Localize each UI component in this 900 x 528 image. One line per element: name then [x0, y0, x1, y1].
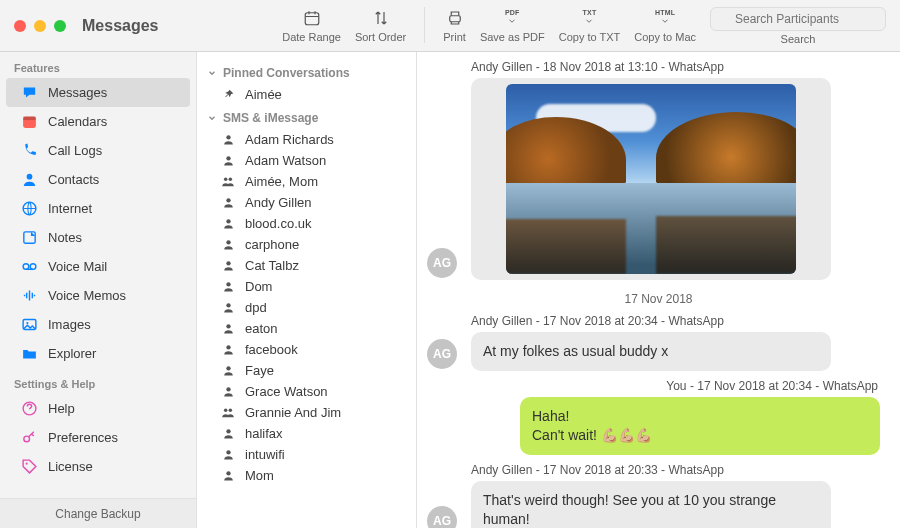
conversation-label: Adam Richards	[245, 132, 334, 147]
conversation-row[interactable]: halifax	[197, 423, 416, 444]
conversation-row[interactable]: Aimée	[197, 84, 416, 105]
sidebar-item-label: Help	[48, 401, 75, 416]
lake-photo	[506, 84, 796, 274]
conversation-row[interactable]: Grannie And Jim	[197, 402, 416, 423]
svg-point-30	[229, 408, 233, 412]
message-pane: Andy Gillen - 18 Nov 2018 at 13:10 - Wha…	[417, 52, 900, 528]
svg-point-25	[226, 324, 230, 328]
title-bar: Messages Date Range Sort Order Pri	[0, 0, 900, 52]
conversation-label: Dom	[245, 279, 272, 294]
svg-point-18	[229, 177, 233, 181]
person-icon	[20, 171, 38, 188]
sidebar-item-internet[interactable]: Internet	[6, 194, 190, 223]
sidebar-item-help[interactable]: Help	[6, 394, 190, 423]
conversation-row[interactable]: intuwifi	[197, 444, 416, 465]
print-button[interactable]: Print	[443, 7, 466, 43]
sidebar-item-images[interactable]: Images	[6, 310, 190, 339]
message-bubble-image[interactable]	[471, 78, 831, 280]
calendar-icon	[20, 113, 38, 130]
date-separator: 17 Nov 2018	[427, 292, 890, 306]
sidebar-item-license[interactable]: License	[6, 452, 190, 481]
svg-point-20	[226, 219, 230, 223]
sidebar-item-label: Call Logs	[48, 143, 102, 158]
conversation-row[interactable]: Adam Watson	[197, 150, 416, 171]
maximize-window-button[interactable]	[54, 20, 66, 32]
sort-order-button[interactable]: Sort Order	[355, 7, 406, 43]
conversation-label: eaton	[245, 321, 278, 336]
conversation-label: intuwifi	[245, 447, 285, 462]
svg-point-28	[226, 387, 230, 391]
message-bubble-outgoing[interactable]: Haha!Can't wait! 💪🏼💪🏼💪🏼	[520, 397, 880, 455]
svg-point-13	[23, 436, 29, 442]
sidebar-item-preferences[interactable]: Preferences	[6, 423, 190, 452]
conversation-row[interactable]: Dom	[197, 276, 416, 297]
printer-icon	[446, 7, 464, 29]
conversation-label: Mom	[245, 468, 274, 483]
conversation-row[interactable]: Cat Talbz	[197, 255, 416, 276]
conversation-list: Pinned ConversationsAiméeSMS & iMessageA…	[197, 52, 417, 528]
copy-to-mac-button[interactable]: HTML Copy to Mac	[634, 7, 696, 43]
conversation-group-header[interactable]: SMS & iMessage	[197, 105, 416, 129]
copy-to-txt-button[interactable]: TXT Copy to TXT	[559, 7, 621, 43]
save-as-pdf-button[interactable]: PDF Save as PDF	[480, 7, 545, 43]
message-block: Andy Gillen - 17 Nov 2018 at 20:34 - Wha…	[427, 314, 890, 371]
window-title: Messages	[82, 17, 159, 35]
minimize-window-button[interactable]	[34, 20, 46, 32]
svg-point-26	[226, 345, 230, 349]
close-window-button[interactable]	[14, 20, 26, 32]
svg-rect-7	[23, 232, 34, 243]
conversation-label: Faye	[245, 363, 274, 378]
sidebar-item-label: Messages	[48, 85, 107, 100]
svg-point-22	[226, 261, 230, 265]
conversation-row[interactable]: eaton	[197, 318, 416, 339]
sidebar-item-notes[interactable]: Notes	[6, 223, 190, 252]
sidebar-item-label: Explorer	[48, 346, 96, 361]
sidebar-section-settings: Settings & Help	[0, 368, 196, 394]
conversation-group-header[interactable]: Pinned Conversations	[197, 60, 416, 84]
message-bubble-incoming[interactable]: At my folkes as usual buddy x	[471, 332, 831, 371]
svg-point-11	[26, 322, 28, 324]
pdf-icon: PDF	[503, 7, 522, 29]
conversation-row[interactable]: Mom	[197, 465, 416, 486]
sidebar-item-label: Contacts	[48, 172, 99, 187]
sidebar-item-contacts[interactable]: Contacts	[6, 165, 190, 194]
message-bubble-incoming[interactable]: That's weird though! See you at 10 you s…	[471, 481, 831, 528]
svg-rect-1	[449, 15, 460, 21]
sidebar-item-voice-memos[interactable]: Voice Memos	[6, 281, 190, 310]
conversation-row[interactable]: Faye	[197, 360, 416, 381]
sidebar-item-voice-mail[interactable]: Voice Mail	[6, 252, 190, 281]
sidebar-item-label: Voice Memos	[48, 288, 126, 303]
html-icon: HTML	[653, 7, 677, 29]
key-icon	[20, 429, 38, 446]
conversation-row[interactable]: facebook	[197, 339, 416, 360]
person-icon	[221, 238, 235, 251]
sidebar-item-calendars[interactable]: Calendars	[6, 107, 190, 136]
conversation-row[interactable]: Adam Richards	[197, 129, 416, 150]
avatar: AG	[427, 248, 457, 278]
conversation-label: blood.co.uk	[245, 216, 312, 231]
person-icon	[221, 448, 235, 461]
conversation-row[interactable]: blood.co.uk	[197, 213, 416, 234]
conversation-label: Aimée, Mom	[245, 174, 318, 189]
conversation-row[interactable]: Grace Watson	[197, 381, 416, 402]
svg-point-31	[226, 429, 230, 433]
sidebar-item-explorer[interactable]: Explorer	[6, 339, 190, 368]
svg-point-14	[25, 463, 27, 465]
sidebar-item-label: Voice Mail	[48, 259, 107, 274]
sidebar-item-call-logs[interactable]: Call Logs	[6, 136, 190, 165]
conversation-row[interactable]: carphone	[197, 234, 416, 255]
search-input[interactable]	[710, 7, 886, 31]
calendar-icon	[303, 7, 321, 29]
sidebar-item-messages[interactable]: Messages	[6, 78, 190, 107]
sidebar-item-label: Images	[48, 317, 91, 332]
group-icon	[221, 174, 235, 189]
conversation-row[interactable]: Aimée, Mom	[197, 171, 416, 192]
date-range-button[interactable]: Date Range	[282, 7, 341, 43]
conversation-row[interactable]: Andy Gillen	[197, 192, 416, 213]
change-backup-button[interactable]: Change Backup	[0, 498, 196, 528]
conversation-label: facebook	[245, 342, 298, 357]
message-meta: You - 17 Nov 2018 at 20:34 - WhatsApp	[427, 379, 878, 393]
sidebar-section-features: Features	[0, 52, 196, 78]
person-icon	[221, 385, 235, 398]
conversation-row[interactable]: dpd	[197, 297, 416, 318]
